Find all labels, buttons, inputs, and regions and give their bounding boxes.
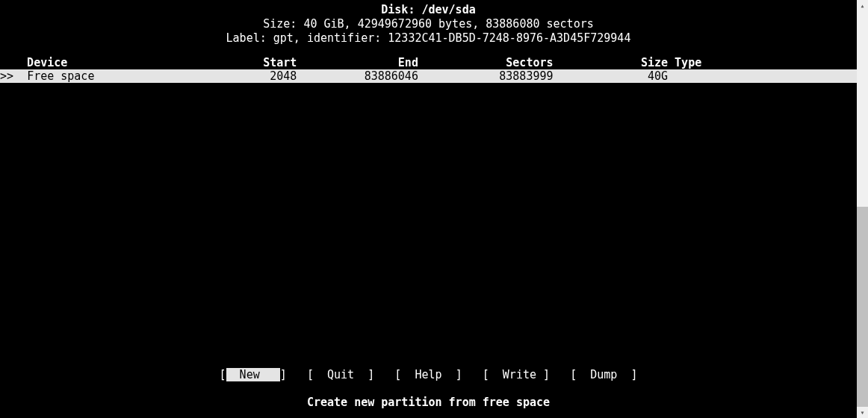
menu-button-help[interactable]: Help bbox=[401, 368, 455, 381]
disk-size-line: Size: 40 GiB, 42949672960 bytes, 8388608… bbox=[0, 17, 857, 31]
menu-row: [ New ] [ Quit ] [ Help ] [ Write ] [ Du… bbox=[0, 368, 857, 382]
scrollbar-thumb[interactable] bbox=[857, 207, 868, 407]
menu-button-dump[interactable]: Dump bbox=[577, 368, 630, 381]
disk-label-line: Label: gpt, identifier: 12332C41-DB5D-72… bbox=[0, 31, 857, 46]
menu-gap bbox=[374, 368, 394, 381]
scroll-up-arrow-icon[interactable]: ▴ bbox=[857, 0, 868, 11]
disk-title-line: Disk: /dev/sda bbox=[0, 3, 857, 17]
row-selector-icon: >> bbox=[0, 69, 27, 83]
menu-bracket-right: ] bbox=[630, 368, 637, 381]
table-row[interactable]: >> Free space 2048 83886046 83883999 40G bbox=[0, 69, 857, 83]
disk-header: Disk: /dev/sda Size: 40 GiB, 42949672960… bbox=[0, 3, 857, 46]
menu-gap bbox=[287, 368, 307, 381]
menu-bracket-right: ] bbox=[543, 368, 550, 381]
table-header-row: Device Start End Sectors Size Type bbox=[0, 56, 857, 69]
menu-bracket-right: ] bbox=[368, 368, 374, 381]
row-content: Free space 2048 83886046 83883999 40G bbox=[27, 69, 675, 83]
partition-table: Device Start End Sectors Size Type >> Fr… bbox=[0, 56, 857, 83]
disk-prefix: Disk: bbox=[381, 3, 421, 16]
menu-button-new[interactable]: New bbox=[226, 368, 280, 381]
menu-button-quit[interactable]: Quit bbox=[314, 368, 368, 381]
menu-gap bbox=[462, 368, 483, 381]
scrollbar-track[interactable] bbox=[857, 11, 868, 407]
scroll-down-arrow-icon[interactable]: ▾ bbox=[857, 407, 868, 418]
menu-bracket-left: [ bbox=[483, 368, 489, 381]
menu-button-write[interactable]: Write bbox=[489, 368, 543, 381]
menu-bracket-right: ] bbox=[280, 368, 287, 381]
disk-path: /dev/sda bbox=[421, 3, 475, 16]
menu-bracket-left: [ bbox=[220, 368, 226, 381]
hint-text: Create new partition from free space bbox=[0, 396, 857, 410]
menu-bracket-left: [ bbox=[307, 368, 314, 381]
menu-gap bbox=[550, 368, 570, 381]
table-body: >> Free space 2048 83886046 83883999 40G bbox=[0, 69, 857, 83]
terminal-window: Disk: /dev/sda Size: 40 GiB, 42949672960… bbox=[0, 0, 857, 418]
menu-bracket-left: [ bbox=[570, 368, 577, 381]
menu-bracket-right: ] bbox=[456, 368, 462, 381]
scrollbar[interactable]: ▴ ▾ bbox=[857, 0, 868, 418]
